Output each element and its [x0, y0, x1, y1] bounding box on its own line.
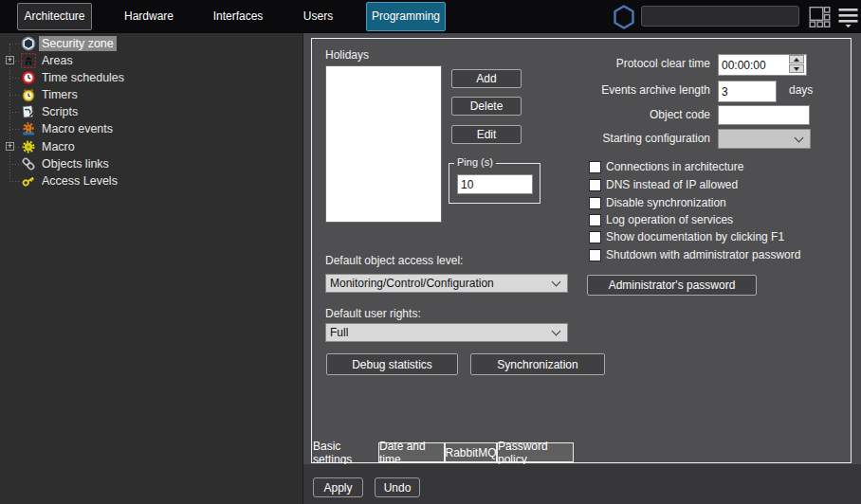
checkbox-row-connections[interactable]: Connections in architecture [589, 160, 743, 173]
starting-configuration-combo[interactable] [718, 129, 811, 149]
debug-statistics-button[interactable]: Debug statistics [326, 353, 458, 375]
object-code-input[interactable] [718, 105, 810, 125]
checkbox-icon[interactable] [589, 197, 601, 209]
tab-basic-settings[interactable]: Basic settings [313, 442, 378, 462]
checkbox-icon[interactable] [589, 231, 601, 243]
sidebar-item-label: Security zone [39, 36, 117, 51]
gear-yellow-icon [21, 139, 36, 154]
top-navigation-bar: Architecture Hardware Interfaces Users P… [0, 0, 861, 33]
default-object-access-combo[interactable]: Monitoring/Control/Configuration [325, 274, 568, 293]
sidebar-item-label: Scripts [39, 104, 81, 119]
tree-connector [9, 78, 20, 79]
holidays-label: Holidays [325, 48, 369, 62]
tree-connector [9, 112, 20, 113]
nav-tab-architecture[interactable]: Architecture [17, 3, 92, 30]
chevron-down-icon [552, 327, 561, 336]
sidebar-item-objects-links[interactable]: Objects links [0, 155, 302, 172]
chevron-down-icon [795, 133, 804, 142]
spinner-down-icon[interactable] [789, 64, 804, 73]
sidebar-item-scripts[interactable]: Scripts [0, 103, 302, 120]
tab-password-policy[interactable]: Password policy [497, 442, 574, 462]
basic-settings-tab-page: Holidays Add Delete Edit Ping (s) Protoc… [311, 38, 852, 463]
timer-icon [21, 87, 36, 102]
hexagon-icon [21, 36, 36, 51]
events-archive-length-label: Events archive length [540, 83, 710, 97]
sidebar-item-label: Time schedules [39, 70, 127, 85]
gear-orange-icon [21, 121, 36, 136]
checkbox-icon[interactable] [589, 249, 601, 261]
tree-connector [9, 129, 20, 130]
checkbox-icon[interactable] [589, 179, 601, 191]
tree-connector [9, 44, 20, 45]
holidays-listbox[interactable] [325, 65, 442, 223]
script-icon [21, 104, 36, 119]
sidebar-item-label: Macro events [39, 121, 116, 136]
combo-value: Monitoring/Control/Configuration [326, 277, 494, 290]
spinner-up-icon[interactable] [789, 55, 804, 63]
key-icon [21, 173, 36, 189]
search-input[interactable] [641, 6, 799, 27]
grid-layout-icon[interactable] [807, 7, 833, 27]
time-spinner[interactable] [789, 55, 804, 73]
default-object-access-label: Default object access level: [325, 254, 463, 267]
sidebar-tree: Security zone + Areas Time schedules Tim… [0, 33, 303, 504]
sidebar-item-timers[interactable]: Timers [0, 86, 302, 103]
default-user-rights-label: Default user rights: [325, 307, 421, 320]
checkbox-icon[interactable] [589, 214, 601, 226]
tree-connector [9, 181, 20, 182]
sidebar-item-time-schedules[interactable]: Time schedules [0, 69, 302, 86]
edit-button[interactable]: Edit [451, 125, 522, 144]
protocol-clear-time-label: Protocol clear time [540, 57, 710, 70]
add-button[interactable]: Add [451, 69, 522, 88]
ping-group-label: Ping (s) [454, 156, 496, 168]
administrators-password-button[interactable]: Administrator's password [587, 275, 757, 296]
tab-rabbitmq[interactable]: RabbitMQ [445, 442, 497, 462]
checkbox-row-disable-sync[interactable]: Disable synchronization [589, 196, 726, 209]
tab-date-and-time[interactable]: Date and time [378, 442, 445, 462]
sidebar-item-access-levels[interactable]: Access Levels [0, 172, 302, 189]
sidebar-item-label: Access Levels [39, 173, 120, 189]
checkbox-row-show-docs[interactable]: Show documentation by clicking F1 [589, 230, 784, 243]
sidebar-item-areas[interactable]: + Areas [0, 52, 302, 69]
checkbox-icon[interactable] [589, 161, 601, 173]
sidebar-item-label: Objects links [39, 156, 112, 171]
delete-button[interactable]: Delete [451, 97, 522, 116]
sidebar-item-macro[interactable]: + Macro [0, 138, 302, 155]
nav-tab-hardware[interactable]: Hardware [112, 0, 186, 33]
checkbox-label: Log operation of services [606, 213, 733, 226]
sidebar-item-label: Timers [39, 87, 81, 102]
checkbox-row-shutdown-password[interactable]: Shutdown with administrator password [589, 248, 800, 261]
sidebar-item-macro-events[interactable]: Macro events [0, 120, 302, 137]
days-suffix-label: days [789, 83, 813, 97]
checkbox-label: Shutdown with administrator password [606, 248, 800, 261]
checkbox-label: Show documentation by clicking F1 [606, 230, 784, 243]
starting-configuration-label: Starting configuration [540, 132, 710, 145]
nav-tab-programming[interactable]: Programming [366, 2, 446, 31]
sidebar-item-label: Macro [39, 139, 78, 154]
chain-icon [21, 156, 36, 171]
clock-icon [21, 70, 36, 85]
nav-tab-users[interactable]: Users [287, 0, 349, 33]
undo-button[interactable]: Undo [375, 477, 420, 497]
object-code-label: Object code [540, 108, 710, 121]
checkbox-label: DNS instead of IP allowed [606, 178, 738, 191]
ping-input[interactable] [457, 174, 533, 194]
hexagon-logo-icon [612, 5, 636, 29]
sidebar-item-label: Areas [39, 53, 76, 68]
combo-value: Full [326, 326, 348, 339]
checkbox-label: Disable synchronization [606, 196, 726, 209]
apply-button[interactable]: Apply [313, 477, 363, 497]
synchronization-button[interactable]: Synchronization [470, 353, 605, 375]
events-archive-length-input[interactable] [718, 81, 777, 102]
sidebar-item-security-zone[interactable]: Security zone [0, 35, 302, 52]
checkbox-label: Connections in architecture [606, 160, 743, 173]
checkbox-row-dns[interactable]: DNS instead of IP allowed [589, 178, 738, 191]
expand-toggle-icon[interactable]: + [6, 142, 14, 151]
expand-toggle-icon[interactable]: + [6, 56, 14, 64]
nav-tab-interfaces[interactable]: Interfaces [202, 0, 274, 33]
checkbox-row-log-services[interactable]: Log operation of services [589, 213, 733, 226]
default-user-rights-combo[interactable]: Full [325, 323, 568, 342]
tree-connector [9, 164, 20, 165]
chevron-down-icon [552, 278, 561, 287]
menu-icon[interactable] [838, 9, 858, 28]
